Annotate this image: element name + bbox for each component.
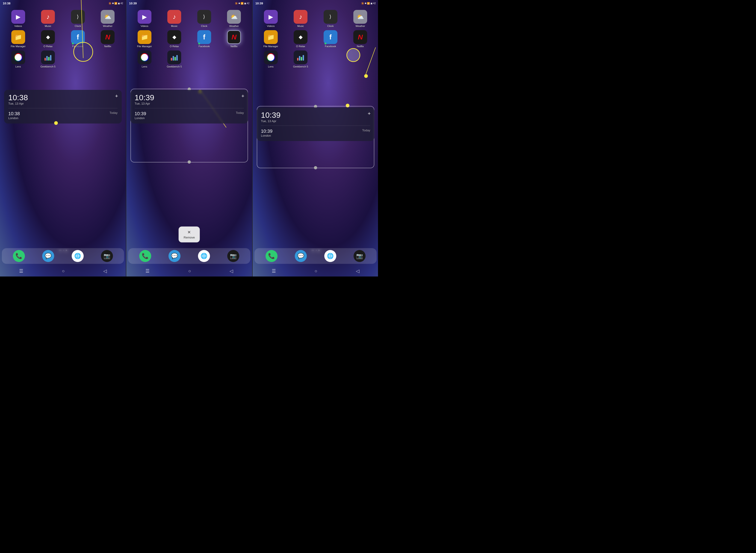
music-icon-3[interactable]: ♪	[294, 10, 307, 24]
filemanager-icon-3[interactable]: 📁	[264, 30, 278, 44]
app-netflix-2[interactable]: N Netflix	[220, 30, 248, 48]
geekbench-icon-1[interactable]	[41, 51, 55, 64]
dock-phone-2[interactable]: 📞	[139, 250, 151, 262]
nav-menu-3[interactable]: ☰	[272, 268, 276, 274]
dock-msg-3[interactable]: 💬	[295, 250, 307, 262]
remove-popup-2[interactable]: ✕ Remove	[179, 227, 200, 242]
music-icon-2[interactable]: ♪	[167, 10, 181, 24]
annotation-dot-1	[54, 121, 58, 125]
resize-handle-bottom-3[interactable]	[314, 166, 317, 169]
widget-date-3: Tue, 13 Apr	[261, 120, 370, 123]
orelax-icon-1[interactable]: ◆	[41, 30, 55, 44]
app-netflix-3[interactable]: N Netflix	[347, 30, 375, 48]
clock-widget-2[interactable]: 10:39 Tue, 13 Apr + 10:39 London Today	[131, 90, 248, 124]
app-geekbench-1[interactable]: Geekbench 5	[34, 51, 62, 68]
netflix-n-1: N	[105, 33, 110, 41]
app-videos-3[interactable]: ▶ Videos	[257, 10, 285, 27]
app-music-3[interactable]: ♪ Music	[287, 10, 315, 27]
app-filemanager-2[interactable]: 📁 File Manager	[131, 30, 159, 48]
widget-bottom-2: 10:39 London Today	[135, 111, 244, 120]
clock-widget-3[interactable]: 10:39 Tue, 13 Apr + 10:39 London Today	[257, 107, 374, 141]
app-music-1[interactable]: ♪ Music	[34, 10, 62, 27]
weather-icon-1[interactable]: ⛅	[101, 10, 115, 24]
dock-phone-1[interactable]: 📞	[13, 250, 25, 262]
netflix-icon-3[interactable]: N	[353, 30, 367, 44]
widget-bottom-3: 10:39 London Today	[261, 129, 370, 137]
app-facebook-2[interactable]: f Facebook	[190, 30, 218, 48]
app-lens-3[interactable]: Lens	[257, 51, 285, 68]
videos-icon-1[interactable]: ▶	[11, 10, 25, 24]
app-geekbench-3[interactable]: Geekbench 5	[287, 51, 315, 68]
remove-x-icon-2[interactable]: ✕	[187, 230, 191, 235]
facebook-icon-3[interactable]: f	[324, 30, 337, 44]
weather-icon-2[interactable]: ⛅	[227, 10, 241, 24]
app-geekbench-2[interactable]: Geekbench 5	[160, 51, 188, 68]
app-orelax-2[interactable]: ◆ O Relax	[160, 30, 188, 48]
app-filemanager-1[interactable]: 📁 File Manager	[4, 30, 32, 48]
app-music-2[interactable]: ♪ Music	[160, 10, 188, 27]
lens-circle-1	[14, 53, 22, 62]
app-orelax-1[interactable]: ◆ O Relax	[34, 30, 62, 48]
status-icons-3: 🔕 ✱ 📶 ▣ 42	[361, 2, 376, 5]
facebook-icon-2[interactable]: f	[197, 30, 211, 44]
app-lens-1[interactable]: Lens	[4, 51, 32, 68]
dock-phone-3[interactable]: 📞	[266, 250, 278, 262]
nav-menu-1[interactable]: ☰	[19, 268, 23, 274]
filemanager-icon-2[interactable]: 📁	[138, 30, 151, 44]
clock-widget-1[interactable]: 10:38 Tue, 13 Apr + 10:38 London Today	[4, 90, 122, 124]
dock-msg-2[interactable]: 💬	[168, 250, 180, 262]
app-empty-3a	[316, 51, 345, 68]
widget-add-1[interactable]: +	[115, 93, 118, 99]
netflix-icon-2[interactable]: N	[227, 30, 241, 44]
filemanager-icon-1[interactable]: 📁	[11, 30, 25, 44]
clock-icon-2[interactable]: ⟩	[197, 10, 211, 24]
app-videos-1[interactable]: ▶ Videos	[4, 10, 32, 27]
app-clock-2[interactable]: ⟩ Clock	[190, 10, 218, 27]
widget-add-2[interactable]: +	[241, 93, 244, 99]
lens-icon-2[interactable]	[138, 51, 151, 64]
geekbench-icon-3[interactable]	[294, 51, 307, 64]
videos-icon-2[interactable]: ▶	[138, 10, 151, 24]
dock-cam-2[interactable]: 📷	[227, 250, 239, 262]
clock-icon-3[interactable]: ⟩	[324, 10, 337, 24]
app-lens-2[interactable]: Lens	[131, 51, 159, 68]
app-netflix-1[interactable]: N Netflix	[94, 30, 122, 48]
app-orelax-3[interactable]: ◆ O Relax	[287, 30, 315, 48]
nav-back-1[interactable]: ◁	[103, 268, 107, 274]
weather-icon-3[interactable]: ⛅	[353, 10, 367, 24]
lens-icon-3[interactable]	[264, 51, 278, 64]
netflix-icon-1[interactable]: N	[101, 30, 115, 44]
app-clock-3[interactable]: ⟩ Clock	[316, 10, 345, 27]
orelax-icon-3[interactable]: ◆	[294, 30, 307, 44]
widget-add-3[interactable]: +	[368, 110, 371, 116]
nav-home-3[interactable]: ○	[314, 268, 317, 274]
lens-icon-1[interactable]	[11, 51, 25, 64]
app-videos-2[interactable]: ▶ Videos	[131, 10, 159, 27]
orelax-icon-2[interactable]: ◆	[167, 30, 181, 44]
facebook-online-dot-3	[324, 43, 326, 45]
app-weather-2[interactable]: ⛅ Weather	[220, 10, 248, 27]
dock-cam-1[interactable]: 📷	[101, 250, 113, 262]
dock-chrome-2[interactable]: 🌐	[198, 250, 210, 262]
resize-handle-bottom-2[interactable]	[187, 160, 191, 164]
dock-chrome-1[interactable]: 🌐	[72, 250, 84, 262]
app-label-music-3: Music	[297, 25, 304, 27]
nav-menu-2[interactable]: ☰	[145, 268, 150, 274]
nav-home-2[interactable]: ○	[188, 268, 191, 274]
dock-msg-1[interactable]: 💬	[42, 250, 54, 262]
app-weather-1[interactable]: ⛅ Weather	[94, 10, 122, 27]
app-weather-3[interactable]: ⛅ Weather	[347, 10, 375, 27]
music-icon-1[interactable]: ♪	[41, 10, 55, 24]
videos-icon-3[interactable]: ▶	[264, 10, 278, 24]
nav-back-3[interactable]: ◁	[356, 268, 359, 274]
app-clock-1[interactable]: ⟩ Clock	[64, 10, 92, 27]
clock-icon-1[interactable]: ⟩	[71, 10, 85, 24]
dock-chrome-3[interactable]: 🌐	[324, 250, 336, 262]
dock-cam-3[interactable]: 📷	[354, 250, 366, 262]
geekbench-icon-2[interactable]	[167, 51, 181, 64]
nav-home-1[interactable]: ○	[62, 268, 65, 274]
app-filemanager-3[interactable]: 📁 File Manager	[257, 30, 285, 48]
app-facebook-3[interactable]: f Facebook	[316, 30, 345, 48]
nav-back-2[interactable]: ◁	[230, 268, 233, 274]
app-label-clock-3: Clock	[327, 25, 334, 27]
